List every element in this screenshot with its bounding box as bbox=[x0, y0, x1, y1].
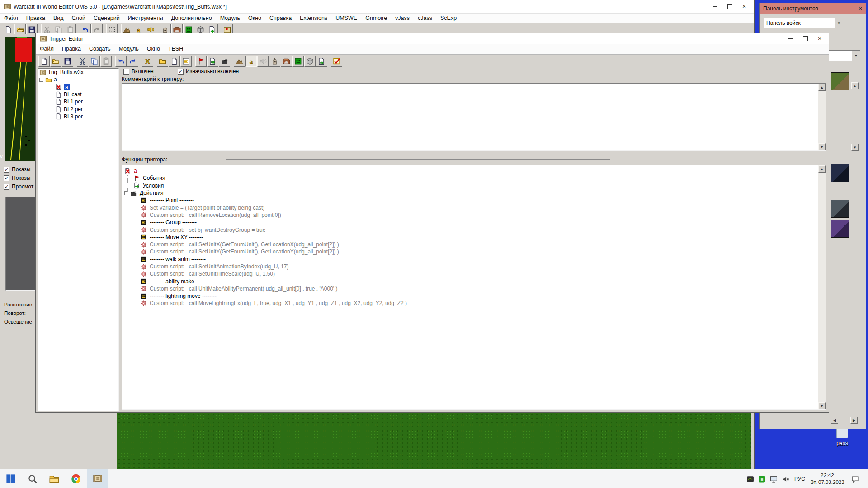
script-action-row[interactable]: Custom script: call UnitMakeAbilityPerma… bbox=[122, 285, 817, 292]
te-undo-button[interactable] bbox=[115, 56, 127, 67]
close-button[interactable]: × bbox=[812, 33, 827, 44]
scroll-right-button[interactable]: ▶ bbox=[850, 417, 858, 424]
tree-row[interactable]: −a bbox=[38, 76, 118, 83]
unit-palette-tile[interactable] bbox=[831, 200, 849, 218]
te-text-labels-button[interactable]: a bbox=[245, 56, 257, 67]
menu-слой[interactable]: Слой bbox=[68, 14, 90, 23]
script-action-row[interactable]: Custom script: call SetUnitTimeScale(udg… bbox=[122, 270, 817, 277]
scroll-left-button[interactable]: ◀ bbox=[831, 417, 838, 424]
chevron-down-icon[interactable]: ▼ bbox=[852, 51, 860, 61]
scroll-down-button[interactable]: ▼ bbox=[818, 143, 826, 150]
te-doodad-editor-button[interactable] bbox=[281, 56, 292, 67]
tray-green-8-icon[interactable]: 8 bbox=[756, 469, 768, 488]
tray-app-icon[interactable] bbox=[744, 469, 756, 488]
te-redo-button[interactable] bbox=[127, 56, 138, 67]
menu-vjass[interactable]: vJass bbox=[391, 14, 414, 23]
close-button[interactable]: × bbox=[737, 0, 751, 13]
splitter[interactable] bbox=[118, 68, 121, 410]
functions-scrollbar[interactable]: ▲ ▼ bbox=[818, 165, 826, 409]
script-action-row[interactable]: Custom script: call SetUnitAnimationByIn… bbox=[122, 263, 817, 270]
minimize-button[interactable] bbox=[708, 0, 722, 13]
sidebar-checkbox[interactable]: ✓ bbox=[4, 175, 9, 181]
menu-сценарий[interactable]: Сценарий bbox=[90, 14, 124, 23]
tree-row[interactable]: BL2 per bbox=[38, 105, 118, 113]
tree-row[interactable]: BL cast bbox=[38, 91, 118, 98]
tree-row[interactable]: BL3 per bbox=[38, 113, 118, 120]
comment-scrollbar[interactable]: ▲ ▼ bbox=[818, 84, 826, 150]
te-new-comment-button[interactable] bbox=[180, 56, 192, 67]
scroll-up-button[interactable]: ▲ bbox=[851, 82, 859, 89]
collapse-toggle[interactable]: − bbox=[39, 78, 43, 82]
te-cut-button[interactable] bbox=[77, 56, 88, 67]
te-menu-tesh[interactable]: TESH bbox=[164, 44, 187, 53]
menu-grimoire[interactable]: Grimoire bbox=[361, 14, 391, 23]
sidebar-checkbox[interactable]: ✓ bbox=[4, 184, 9, 190]
palette-select[interactable]: Панель войск ▼ bbox=[764, 18, 843, 28]
search-button[interactable] bbox=[22, 469, 43, 488]
tree-row[interactable]: a bbox=[38, 84, 118, 91]
menu-файл[interactable]: Файл bbox=[0, 14, 22, 23]
scroll-up-button[interactable]: ▲ bbox=[818, 84, 826, 91]
te-terrain-editor-button[interactable] bbox=[234, 56, 245, 67]
te-new-condition-button[interactable] bbox=[207, 56, 218, 67]
chrome-button[interactable] bbox=[65, 469, 87, 488]
te-new-event-button[interactable] bbox=[195, 56, 207, 67]
action-center-icon[interactable] bbox=[848, 469, 862, 488]
tree-row[interactable]: BL1 per bbox=[38, 98, 118, 105]
scroll-up-button[interactable]: ▲ bbox=[818, 165, 826, 173]
comment-textarea[interactable]: ▲ ▼ bbox=[122, 83, 826, 151]
maximize-button[interactable] bbox=[722, 0, 737, 13]
te-new-trigger-button[interactable] bbox=[169, 56, 180, 67]
minimize-button[interactable] bbox=[783, 33, 798, 44]
menu-инструменты[interactable]: Инструменты bbox=[124, 14, 167, 23]
te-menu-правка[interactable]: Правка bbox=[58, 44, 85, 53]
script-action-row[interactable]: Custom script: call MoveLightningEx(udg_… bbox=[122, 300, 817, 307]
unit-palette-tile[interactable] bbox=[831, 164, 849, 182]
tray-display-icon[interactable] bbox=[768, 469, 779, 488]
scroll-down-button[interactable]: ▼ bbox=[851, 144, 859, 151]
comment-action-row[interactable]: -------- Group -------- bbox=[122, 219, 817, 226]
menu-extensions[interactable]: Extensions bbox=[296, 14, 331, 23]
te-new-action-button[interactable] bbox=[219, 56, 230, 67]
te-unit-editor-button[interactable] bbox=[269, 56, 280, 67]
te-open-button[interactable] bbox=[50, 56, 61, 67]
sidebar-checkbox[interactable]: ✓ bbox=[4, 167, 9, 173]
maximize-button[interactable] bbox=[798, 33, 812, 44]
script-action-row[interactable]: Custom script: call SetUnitY(GetEnumUnit… bbox=[122, 248, 817, 255]
script-action-row[interactable]: Custom script: set bj_wantDestroyGroup =… bbox=[122, 226, 817, 233]
tree-row[interactable]: Trig_Buffs.w3x bbox=[38, 69, 118, 76]
te-menu-окно[interactable]: Окно bbox=[143, 44, 164, 53]
start-button[interactable] bbox=[0, 469, 22, 488]
menu-справка[interactable]: Справка bbox=[265, 14, 296, 23]
script-action-row[interactable]: Custom script: call RemoveLocation(udg_a… bbox=[122, 211, 817, 219]
te-new-category-button[interactable] bbox=[157, 56, 168, 67]
te-save-button[interactable] bbox=[62, 56, 73, 67]
volume-icon[interactable] bbox=[779, 469, 791, 488]
menu-вид[interactable]: Вид bbox=[49, 14, 68, 23]
te-menu-создать[interactable]: Создать bbox=[85, 44, 115, 53]
menu-правка[interactable]: Правка bbox=[22, 14, 49, 23]
te-copy-button[interactable] bbox=[89, 56, 100, 67]
main-new-map-button[interactable] bbox=[3, 24, 14, 35]
keyboard-language[interactable]: РУС bbox=[791, 469, 808, 488]
tool-panel-close-button[interactable]: × bbox=[856, 4, 865, 13]
initially-on-checkbox[interactable]: ✓ bbox=[178, 69, 184, 75]
world-editor-taskbar-button[interactable] bbox=[87, 469, 108, 488]
trigger-root-row[interactable]: a bbox=[122, 167, 817, 174]
unit-palette-tile[interactable] bbox=[831, 72, 849, 90]
comment-action-row[interactable]: -------- ability make -------- bbox=[122, 277, 817, 285]
te-delete-button[interactable]: X bbox=[142, 56, 153, 67]
menu-scexp[interactable]: ScExp bbox=[436, 14, 461, 23]
branch-row-условия[interactable]: Условия bbox=[122, 182, 817, 189]
branch-row-действия[interactable]: −Действия bbox=[122, 189, 817, 197]
te-object-manager-button[interactable] bbox=[304, 56, 316, 67]
main-open-map-button[interactable] bbox=[14, 24, 26, 35]
scroll-down-button[interactable]: ▼ bbox=[818, 402, 826, 409]
branch-row-события[interactable]: События bbox=[122, 174, 817, 182]
te-object-editor-button[interactable] bbox=[292, 56, 304, 67]
chevron-down-icon[interactable]: ▼ bbox=[835, 18, 843, 28]
te-menu-файл[interactable]: Файл bbox=[36, 44, 58, 53]
unit-palette-tile[interactable] bbox=[831, 220, 849, 238]
menu-модуль[interactable]: Модуль bbox=[216, 14, 244, 23]
menu-umswe[interactable]: UMSWE bbox=[331, 14, 361, 23]
